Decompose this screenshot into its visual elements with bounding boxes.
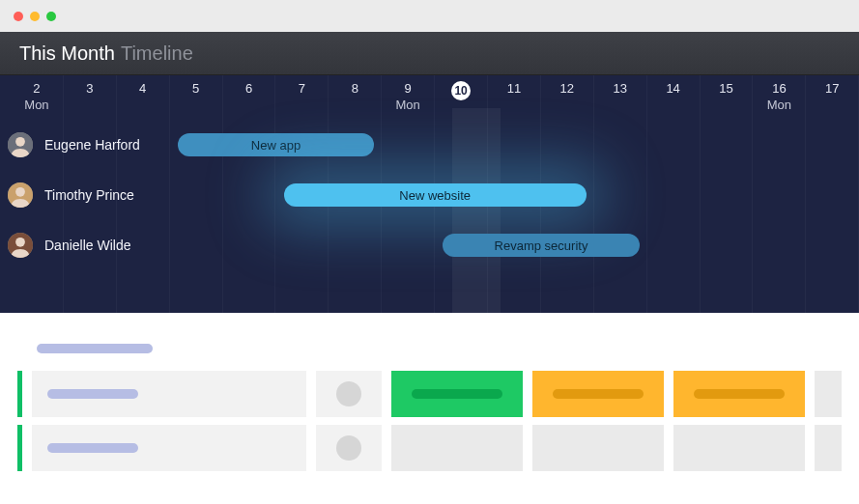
user-name: Eugene Harford [44,137,140,153]
avatar-placeholder [336,435,361,461]
status-cell[interactable] [815,425,842,471]
svg-point-1 [15,137,25,147]
day-number: 8 [352,81,358,96]
timeline-row: Timothy PrinceNew website [0,170,859,220]
status-cell[interactable] [673,425,805,471]
avatar[interactable] [8,233,33,258]
day-column[interactable]: 13 [594,75,647,120]
avatar[interactable] [8,132,33,157]
row-name-cell [32,371,306,417]
status-cell[interactable] [673,371,805,417]
day-number: 7 [299,81,305,96]
day-header-strip: 2Mon3456789Mon10111213141516Mon17 [0,75,859,120]
day-number: 17 [825,81,839,96]
placeholder-text [553,389,644,399]
day-number: 4 [139,81,146,96]
list-item[interactable] [17,371,842,417]
day-column[interactable]: 3 [64,75,117,120]
row-name-cell [32,425,306,471]
minimize-icon[interactable] [30,12,40,21]
day-number: 3 [86,81,93,96]
day-number: 9 [405,81,412,96]
day-number: 11 [507,81,521,96]
day-column[interactable]: 15 [701,75,754,120]
close-icon[interactable] [14,12,23,21]
user-name: Danielle Wilde [44,238,130,253]
status-cell[interactable] [815,371,842,417]
svg-point-3 [15,187,25,197]
page-header: This Month Timeline [0,32,859,75]
placeholder-text [412,389,502,399]
day-column[interactable]: 12 [541,75,594,120]
day-number: 6 [245,81,252,96]
page-subtitle: Timeline [121,42,193,65]
user-name: Timothy Prince [44,187,134,203]
window-titlebar [0,0,859,32]
day-number: 12 [560,81,574,96]
status-cell[interactable] [391,371,523,417]
day-column[interactable]: 14 [647,75,701,120]
day-number: 2 [33,81,40,96]
row-avatar-cell [316,425,382,471]
day-of-week: Mon [24,98,48,112]
task-bar[interactable]: Revamp security [443,234,640,257]
day-column[interactable]: 11 [488,75,541,120]
day-of-week: Mon [396,98,420,112]
day-number: 10 [451,81,471,100]
status-cell[interactable] [391,425,523,471]
placeholder-text [47,443,138,453]
task-bar[interactable]: New app [178,133,375,156]
status-cell[interactable] [532,371,664,417]
list-item[interactable] [17,425,842,471]
day-column[interactable]: 16Mon [753,75,806,120]
day-number: 13 [614,81,627,96]
day-column[interactable]: 7 [275,75,329,120]
placeholder-text [47,389,138,399]
row-accent [17,425,22,471]
day-column[interactable]: 6 [223,75,276,120]
day-column[interactable]: 4 [117,75,170,120]
status-cell[interactable] [532,425,664,471]
day-number: 14 [666,81,679,96]
day-column[interactable]: 2Mon [11,75,64,120]
placeholder-text [694,389,785,399]
timeline-row: Danielle WildeRevamp security [0,220,859,270]
page-title: This Month [19,42,115,65]
row-avatar-cell [316,371,382,417]
avatar[interactable] [8,182,33,208]
avatar-placeholder [336,381,361,406]
timeline-rows: Eugene HarfordNew appTimothy PrinceNew w… [0,120,859,270]
day-of-week: Mon [767,98,791,112]
day-column[interactable]: 5 [170,75,223,120]
day-number: 16 [772,81,786,96]
skeleton-title [37,344,153,353]
row-accent [17,371,22,417]
task-bar[interactable]: New website [284,183,587,207]
timeline: 2Mon3456789Mon10111213141516Mon17 Eugene… [0,75,859,313]
day-column[interactable]: 9Mon [382,75,435,120]
day-column[interactable]: 8 [329,75,382,120]
day-number: 15 [719,81,732,96]
fullscreen-icon[interactable] [46,12,56,21]
day-column[interactable]: 10 [435,75,488,120]
svg-point-5 [15,238,25,247]
day-column[interactable]: 17 [806,75,859,120]
skeleton-list [0,313,859,471]
day-number: 5 [192,81,199,96]
timeline-row: Eugene HarfordNew app [0,120,859,170]
